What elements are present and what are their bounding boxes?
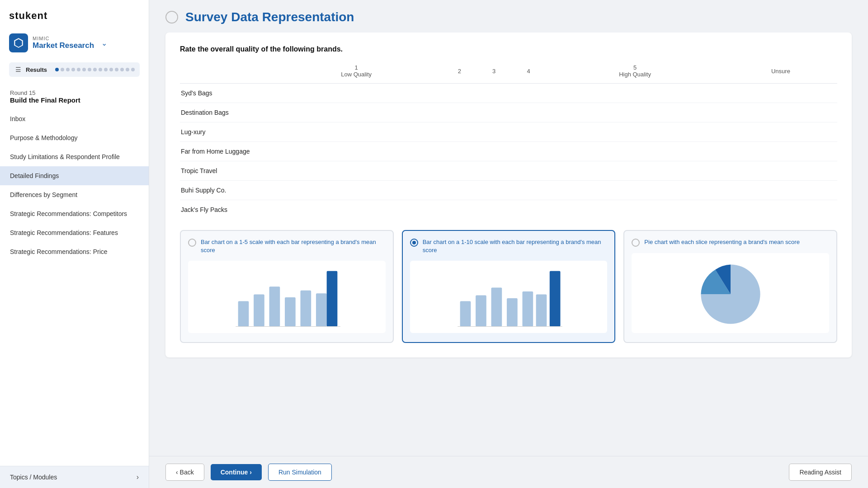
chart-option-bar-1-10[interactable]: Bar chart on a 1-10 scale with each bar …: [402, 230, 616, 343]
rating-cell-4: [511, 181, 546, 200]
rating-cell-4: [511, 142, 546, 161]
rating-cell-4: [511, 84, 546, 103]
sidebar: stukent MIMIC Market Research ⌄ ☰ Result…: [0, 0, 149, 488]
table-row: Destination Bags: [180, 103, 837, 122]
dot-14: [126, 68, 129, 71]
results-label: Results: [26, 66, 47, 73]
rating-cell-5: [546, 200, 724, 220]
rating-cell-5: [546, 181, 724, 200]
chevron-down-icon[interactable]: ⌄: [101, 39, 107, 47]
sidebar-item-differences[interactable]: Differences by Segment: [0, 185, 149, 204]
svg-rect-9: [476, 296, 486, 327]
chart-option-pie-header: Pie chart with each slice representing a…: [632, 238, 829, 247]
table-col-brand: [180, 61, 270, 84]
radio-bar-1-10[interactable]: [410, 239, 418, 247]
rating-cell-4: [511, 200, 546, 220]
svg-rect-6: [327, 271, 338, 327]
brand-name-cell: Lug-xury: [180, 122, 270, 142]
rating-cell-unsure: [724, 200, 837, 220]
table-row: Lug-xury: [180, 122, 837, 142]
footer: ‹ Back Continue › Run Simulation Reading…: [149, 456, 868, 488]
sidebar-item-strategic-comp[interactable]: Strategic Recommendations: Competitors: [0, 204, 149, 223]
table-col-1: 1 Low Quality: [270, 61, 442, 84]
svg-rect-13: [536, 295, 547, 327]
dot-13: [120, 68, 124, 71]
scale-label-low: Low Quality: [272, 71, 440, 78]
table-col-4: 4: [511, 61, 546, 84]
page-title: Survey Data Representation: [185, 10, 354, 24]
dot-9: [99, 68, 102, 71]
table-row: Jack's Fly Packs: [180, 200, 837, 220]
svg-rect-2: [269, 287, 280, 327]
topics-modules-item[interactable]: Topics / Modules ›: [0, 466, 149, 488]
radio-bar-1-5[interactable]: [188, 239, 196, 247]
radio-pie[interactable]: [632, 239, 640, 247]
table-row: Far from Home Luggage: [180, 142, 837, 161]
sidebar-item-strategic-feat[interactable]: Strategic Recommendations: Features: [0, 223, 149, 242]
sidebar-item-strategic-price[interactable]: Strategic Recommendations: Price: [0, 242, 149, 261]
rating-cell-unsure: [724, 161, 837, 181]
dot-5: [77, 68, 80, 71]
reading-assist-button[interactable]: Reading Assist: [789, 464, 852, 481]
rating-cell-2: [442, 122, 476, 142]
dot-1: [55, 68, 59, 71]
sidebar-item-purpose[interactable]: Purpose & Methodology: [0, 128, 149, 147]
rating-cell-3: [477, 142, 511, 161]
rating-cell-3: [477, 181, 511, 200]
mimic-labels: MIMIC Market Research: [33, 36, 94, 50]
rating-cell-3: [477, 161, 511, 181]
dot-3: [66, 68, 70, 71]
table-col-unsure: Unsure: [724, 61, 837, 84]
pie-chart-svg: [697, 260, 764, 328]
main-content: Survey Data Representation Rate the over…: [149, 0, 868, 488]
brand-name-cell: Far from Home Luggage: [180, 142, 270, 161]
svg-rect-3: [285, 297, 296, 327]
rating-cell-1: [270, 161, 442, 181]
rating-cell-3: [477, 122, 511, 142]
svg-rect-12: [522, 291, 533, 327]
dot-7: [88, 68, 91, 71]
table-col-5: 5 High Quality: [546, 61, 724, 84]
rating-cell-unsure: [724, 181, 837, 200]
chart-option-pie[interactable]: Pie chart with each slice representing a…: [623, 230, 837, 343]
survey-card: Rate the overall quality of the followin…: [165, 33, 852, 357]
rating-cell-unsure: [724, 142, 837, 161]
scale-label-high: High Quality: [547, 71, 722, 78]
continue-button[interactable]: Continue ›: [211, 464, 262, 480]
dot-2: [61, 68, 64, 71]
chart-option-bar-1-5[interactable]: Bar chart on a 1-5 scale with each bar r…: [180, 230, 394, 343]
sidebar-item-study[interactable]: Study Limitations & Respondent Profile: [0, 147, 149, 166]
svg-rect-4: [300, 291, 311, 327]
rating-cell-4: [511, 122, 546, 142]
rating-cell-2: [442, 181, 476, 200]
sidebar-item-inbox[interactable]: Inbox: [0, 109, 149, 128]
svg-rect-1: [254, 295, 264, 327]
dot-12: [115, 68, 118, 71]
round-number: Round 15: [10, 89, 139, 96]
rating-cell-unsure: [724, 84, 837, 103]
rating-cell-1: [270, 200, 442, 220]
rating-cell-5: [546, 161, 724, 181]
chart-visual-pie: [632, 253, 829, 333]
chart-option-bar-1-5-label: Bar chart on a 1-5 scale with each bar r…: [201, 238, 386, 254]
rating-cell-3: [477, 84, 511, 103]
menu-icon: ☰: [15, 66, 21, 73]
logo-area: stukent: [0, 0, 149, 29]
mimic-icon: [9, 33, 28, 52]
scale-num-4: 4: [513, 68, 544, 75]
rating-cell-2: [442, 161, 476, 181]
brand-name-cell: Tropic Travel: [180, 161, 270, 181]
chart-option-pie-label: Pie chart with each slice representing a…: [644, 238, 800, 246]
bar-chart-svg-1: [193, 266, 380, 329]
table-col-2: 2: [442, 61, 476, 84]
rating-cell-5: [546, 122, 724, 142]
back-button[interactable]: ‹ Back: [165, 464, 204, 481]
product-name: Market Research: [33, 41, 94, 50]
run-simulation-button[interactable]: Run Simulation: [268, 464, 332, 481]
sidebar-item-detailed[interactable]: Detailed Findings: [0, 166, 149, 185]
brand-name-cell: Jack's Fly Packs: [180, 200, 270, 220]
header-circle-icon: [165, 11, 178, 23]
results-bar[interactable]: ☰ Results: [9, 62, 140, 77]
brand-name-cell: Buhi Supply Co.: [180, 181, 270, 200]
mimic-product-block[interactable]: MIMIC Market Research ⌄: [0, 29, 149, 60]
